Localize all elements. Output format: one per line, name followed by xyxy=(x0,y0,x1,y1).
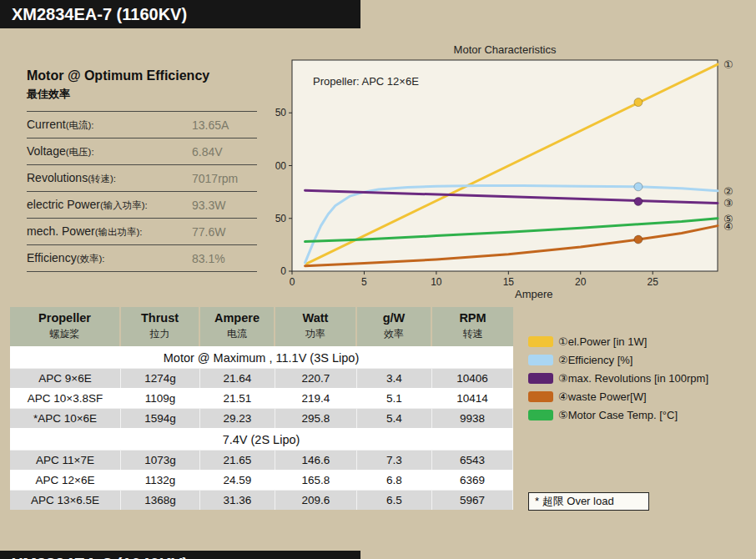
optimum-row-value: 13.65A xyxy=(192,118,229,132)
table-cell: 29.23 xyxy=(200,408,275,428)
y-tick-label: 50 xyxy=(275,213,286,224)
table-cell: 1274g xyxy=(121,368,200,388)
table-cell: APC 12×6E xyxy=(10,470,121,490)
table-cell: 1368g xyxy=(121,490,200,510)
optimum-row-value: 77.6W xyxy=(192,225,225,239)
table-cell: 3.4 xyxy=(357,368,432,388)
next-model-title: XM2834EA-8 (1040KV) xyxy=(0,553,360,559)
header-label-cn: 拉力 xyxy=(121,327,199,341)
header-label-en: Ampere xyxy=(200,311,274,325)
table-cell: 295.8 xyxy=(275,408,357,428)
table-cell: 21.65 xyxy=(200,450,275,470)
table-cell: APC 11×7E xyxy=(10,450,121,470)
optimum-row-value: 83.1% xyxy=(192,252,225,265)
table-cell: 5967 xyxy=(432,490,513,510)
spec-header-cell: RPM转速 xyxy=(432,307,513,346)
series-marker-① xyxy=(634,98,643,107)
chart-svg: Motor CharacteristicsPropeller: APC 12×6… xyxy=(275,42,748,305)
y-tick-label: 0 xyxy=(280,265,286,277)
legend-item: ②Efficiency [%] xyxy=(528,350,708,369)
x-tick-label: 20 xyxy=(575,276,587,288)
table-cell: 6.5 xyxy=(357,490,432,510)
table-cell: 5.4 xyxy=(357,408,432,428)
optimum-row: Revolutions(转速):7017rpm xyxy=(27,165,257,192)
optimum-row-label: Current(电流): xyxy=(27,118,94,132)
legend-item: ③max. Revolutions [in 100rpm] xyxy=(528,369,708,387)
y-tick-label: 150 xyxy=(275,107,286,118)
series-marker-④ xyxy=(634,235,643,244)
spec-header-cell: Ampere电流 xyxy=(200,307,275,346)
legend-item: ⑤Motor Case Temp. [°C] xyxy=(528,405,708,424)
series-marker-③ xyxy=(634,198,643,206)
optimum-row-label: Revolutions(转速): xyxy=(27,171,116,185)
table-cell: APC 9×6E xyxy=(10,368,121,388)
overload-note: * 超限 Over load xyxy=(528,492,649,511)
table-cell: 6543 xyxy=(432,450,513,470)
x-tick-label: 10 xyxy=(431,276,442,288)
series-end-label-②: ② xyxy=(723,185,733,198)
section-row: 7.4V (2S Lipo) xyxy=(10,428,513,450)
legend-swatch xyxy=(528,336,553,347)
optimum-row: Efficiency(效率):83.1% xyxy=(27,245,257,272)
legend-label: ②Efficiency [%] xyxy=(558,354,633,366)
table-cell: 9938 xyxy=(432,408,513,428)
table-cell: 1073g xyxy=(121,450,200,470)
x-tick-label: 25 xyxy=(648,276,659,288)
chart-title: Motor Characteristics xyxy=(454,43,557,56)
table-cell: 6.8 xyxy=(357,470,432,490)
table-row: APC 10×3.8SF1109g21.51219.45.110414 xyxy=(10,388,513,408)
table-cell: 146.6 xyxy=(275,450,357,470)
header-label-en: Propeller xyxy=(10,311,119,325)
optimum-subtitle: 最佳效率 xyxy=(27,87,70,102)
table-cell: 5.1 xyxy=(357,388,432,408)
table-cell: 21.51 xyxy=(200,388,275,408)
table-row: APC 9×6E1274g21.64220.73.410406 xyxy=(10,368,513,388)
table-row: *APC 10×6E1594g29.23295.85.49938 xyxy=(10,408,513,428)
page-title: XM2834EA-7 (1160KV) xyxy=(12,5,187,24)
spec-header-cell: Watt功率 xyxy=(275,307,357,346)
section-label: 7.4V (2S Lipo) xyxy=(10,428,513,450)
optimum-title: Motor @ Optimum Efficiency xyxy=(27,68,209,83)
table-cell: 10406 xyxy=(432,368,513,388)
series-end-label-③: ③ xyxy=(723,197,733,209)
header-label-en: Thrust xyxy=(121,311,199,325)
optimum-row-label: Voltage(电压): xyxy=(27,144,94,159)
table-cell: 220.7 xyxy=(275,368,357,388)
optimum-row-label-cn: (转速): xyxy=(88,174,116,184)
table-cell: 31.36 xyxy=(200,490,275,510)
section-row: Motor @ Maximum , 11.1V (3S Lipo) xyxy=(10,346,513,368)
legend-label: ④waste Power[W] xyxy=(558,390,647,403)
header-label-cn: 螺旋桨 xyxy=(10,327,119,341)
table-cell: 24.59 xyxy=(200,470,275,490)
section-label: Motor @ Maximum , 11.1V (3S Lipo) xyxy=(10,346,513,368)
header-label-cn: 功率 xyxy=(275,327,355,341)
legend-label: ①el.Power [in 1W] xyxy=(558,335,647,348)
header-label-en: RPM xyxy=(432,311,513,325)
spec-header-cell: g/W效率 xyxy=(357,307,432,346)
optimum-row: mech. Power(输出功率):77.6W xyxy=(27,219,257,245)
spec-header-cell: Thrust拉力 xyxy=(121,307,200,346)
y-tick-label: 100 xyxy=(275,160,286,172)
table-cell: 6369 xyxy=(432,470,513,490)
table-cell: 1109g xyxy=(121,388,200,408)
optimum-row-value: 93.3W xyxy=(192,199,225,212)
optimum-row-value: 7017rpm xyxy=(192,172,238,185)
header-label-cn: 转速 xyxy=(432,327,513,341)
optimum-row-label-cn: (输入功率): xyxy=(100,200,148,210)
optimum-row-label-cn: (电压): xyxy=(66,147,94,157)
optimum-row: Current(电流):13.65A xyxy=(27,112,257,138)
table-cell: 219.4 xyxy=(275,388,357,408)
legend-label: ⑤Motor Case Temp. [°C] xyxy=(558,409,678,421)
x-tick-label: 5 xyxy=(361,276,367,288)
legend-item: ④waste Power[W] xyxy=(528,387,708,405)
table-cell: 209.6 xyxy=(275,490,357,510)
optimum-rows: Current(电流):13.65AVoltage(电压):6.84VRevol… xyxy=(27,111,257,272)
table-cell: 165.8 xyxy=(275,470,357,490)
x-tick-label: 0 xyxy=(290,276,295,288)
spec-header-row: Propeller螺旋桨Thrust拉力Ampere电流Watt功率g/W效率R… xyxy=(10,307,513,346)
legend-label: ③max. Revolutions [in 100rpm] xyxy=(558,372,708,385)
motor-characteristics-chart: Motor CharacteristicsPropeller: APC 12×6… xyxy=(275,42,748,305)
chart-legend: ①el.Power [in 1W]②Efficiency [%]③max. Re… xyxy=(528,332,708,424)
table-cell: 21.64 xyxy=(200,368,275,388)
spec-table-head: Propeller螺旋桨Thrust拉力Ampere电流Watt功率g/W效率R… xyxy=(10,307,513,346)
